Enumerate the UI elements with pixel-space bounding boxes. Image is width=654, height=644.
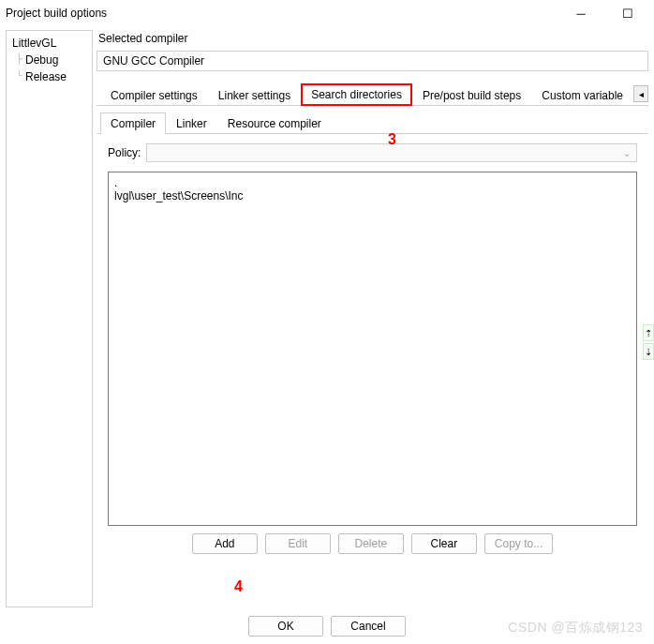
add-button[interactable]: Add: [192, 533, 258, 554]
tree-item-label: Release: [25, 70, 67, 83]
tabs-main: Compiler settings Linker settings Search…: [97, 82, 648, 106]
minimize-button[interactable]: ─: [566, 4, 596, 22]
side-indicators: ⇡ ⇣: [643, 324, 654, 360]
clear-button[interactable]: Clear: [411, 533, 477, 554]
subtab-linker[interactable]: Linker: [166, 112, 217, 134]
window-controls: ─ ☐: [566, 4, 643, 22]
policy-row: Policy: ⌄: [97, 143, 648, 162]
tree-root[interactable]: LittlevGL: [8, 35, 90, 52]
tab-prepost-build[interactable]: Pre/post build steps: [412, 84, 531, 106]
directory-entry[interactable]: lvgl\user_test\Screens\Inc: [114, 189, 631, 202]
maximize-button[interactable]: ☐: [613, 4, 643, 22]
right-panel: Selected compiler GNU GCC Compiler Compi…: [97, 30, 648, 607]
tree-item-release[interactable]: └ Release: [8, 68, 90, 85]
selected-compiler-dropdown[interactable]: GNU GCC Compiler: [97, 51, 648, 71]
project-tree: LittlevGL ├ Debug └ Release: [6, 30, 93, 607]
tabs-sub: Compiler Linker Resource compiler: [97, 112, 648, 134]
tree-connector-icon: ├: [16, 53, 22, 64]
tab-search-directories[interactable]: Search directories: [301, 83, 412, 106]
annotation-3: 3: [388, 131, 396, 148]
chevron-down-icon: ⌄: [623, 148, 631, 158]
directory-buttons-row: Add Edit Delete Clear Copy to...: [97, 533, 648, 554]
cancel-button[interactable]: Cancel: [331, 616, 406, 637]
subtab-resource-compiler[interactable]: Resource compiler: [217, 112, 332, 134]
subtab-compiler[interactable]: Compiler: [100, 112, 166, 134]
side-indicator-icon: ⇡: [643, 324, 654, 341]
edit-button[interactable]: Edit: [265, 533, 331, 554]
ok-button[interactable]: OK: [248, 616, 323, 637]
copy-to-button[interactable]: Copy to...: [484, 533, 553, 554]
side-indicator-icon: ⇣: [643, 343, 654, 360]
tree-item-label: Debug: [25, 53, 58, 67]
watermark-text: CSDN @百炼成钢123: [508, 620, 643, 637]
tree-connector-icon: └: [16, 70, 22, 81]
tab-compiler-settings[interactable]: Compiler settings: [100, 84, 208, 106]
tree-item-debug[interactable]: ├ Debug: [8, 52, 90, 68]
tab-scroll-left-button[interactable]: ◂: [633, 85, 648, 102]
delete-button[interactable]: Delete: [338, 533, 404, 554]
titlebar: Project build options ─ ☐: [0, 0, 654, 26]
tab-linker-settings[interactable]: Linker settings: [208, 84, 301, 106]
search-directories-list[interactable]: . lvgl\user_test\Screens\Inc: [108, 172, 637, 526]
selected-compiler-value: GNU GCC Compiler: [103, 54, 204, 67]
directory-entry[interactable]: .: [114, 176, 631, 189]
annotation-4: 4: [234, 578, 243, 595]
tab-custom-variable[interactable]: Custom variable: [531, 84, 633, 106]
main-area: LittlevGL ├ Debug └ Release Selected com…: [0, 26, 654, 607]
window-title: Project build options: [6, 7, 107, 20]
policy-label: Policy:: [108, 146, 141, 159]
selected-compiler-label: Selected compiler: [97, 30, 648, 51]
